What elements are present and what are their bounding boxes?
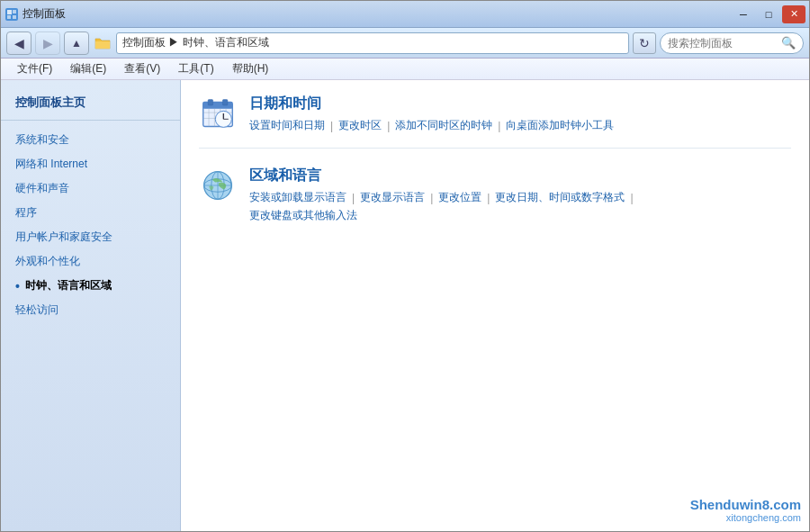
link-change-keyboard[interactable]: 更改键盘或其他输入法: [249, 208, 357, 223]
svg-rect-7: [203, 105, 233, 109]
link-install-lang[interactable]: 安装或卸载显示语言: [249, 190, 346, 205]
menu-help[interactable]: 帮助(H): [223, 59, 278, 78]
minimize-button[interactable]: ─: [732, 5, 755, 23]
sidebar-item-user[interactable]: 用户帐户和家庭安全: [1, 225, 180, 249]
link-change-display-lang[interactable]: 更改显示语言: [360, 190, 425, 205]
window-icon: [4, 7, 19, 22]
region-links-row2: 更改键盘或其他输入法: [249, 208, 791, 223]
close-button[interactable]: ✕: [782, 5, 806, 23]
main-content: 控制面板主页 系统和安全 网络和 Internet 硬件和声音 程序 用户帐户和…: [1, 80, 809, 531]
link-desktop-clock[interactable]: 向桌面添加时钟小工具: [506, 118, 614, 133]
menu-view[interactable]: 查看(V): [115, 59, 169, 78]
sidebar-item-programs[interactable]: 程序: [1, 201, 180, 225]
region-title[interactable]: 区域和语言: [249, 167, 791, 185]
sidebar-item-network[interactable]: 网络和 Internet: [1, 152, 180, 176]
svg-rect-14: [208, 100, 212, 105]
sidebar-item-appearance[interactable]: 外观和个性化: [1, 249, 180, 274]
address-text: 控制面板 ▶ 时钟、语言和区域: [122, 35, 269, 50]
up-button[interactable]: ▲: [64, 32, 89, 55]
menu-bar: 文件(F) 编辑(E) 查看(V) 工具(T) 帮助(H): [1, 59, 809, 80]
sidebar-item-label: 外观和个性化: [15, 254, 80, 269]
folder-icon: [93, 33, 112, 53]
sidebar-title[interactable]: 控制面板主页: [1, 89, 180, 121]
datetime-body: 日期和时间 设置时间和日期 | 更改时区 | 添加不同时区的时钟 | 向桌面添加…: [249, 95, 791, 133]
region-body: 区域和语言 安装或卸载显示语言 | 更改显示语言 | 更改位置 | 更改日期、时…: [249, 167, 791, 223]
sidebar-item-label: 轻松访问: [15, 302, 58, 318]
menu-file[interactable]: 文件(F): [8, 59, 61, 78]
svg-rect-15: [222, 100, 227, 105]
title-bar: 控制面板 ─ □ ✕: [1, 1, 809, 28]
main-window: 控制面板 ─ □ ✕ ◀ ▶ ▲ 控制面板 ▶ 时钟、语言和区域 ↻ 🔍 文件(…: [0, 0, 810, 532]
search-input[interactable]: [668, 37, 778, 50]
search-box: 🔍: [660, 32, 804, 54]
sidebar-item-hardware[interactable]: 硬件和声音: [1, 176, 180, 201]
refresh-button[interactable]: ↻: [633, 32, 656, 54]
sidebar-item-system[interactable]: 系统和安全: [1, 128, 180, 152]
link-change-format[interactable]: 更改日期、时间或数字格式: [495, 190, 625, 205]
content-area: 日期和时间 设置时间和日期 | 更改时区 | 添加不同时区的时钟 | 向桌面添加…: [181, 80, 809, 531]
region-icon: [199, 167, 237, 204]
svg-rect-2: [13, 10, 16, 14]
datetime-links: 设置时间和日期 | 更改时区 | 添加不同时区的时钟 | 向桌面添加时钟小工具: [249, 118, 791, 133]
link-set-datetime[interactable]: 设置时间和日期: [249, 118, 325, 133]
sidebar-item-label: 网络和 Internet: [15, 157, 87, 172]
datetime-title[interactable]: 日期和时间: [249, 95, 791, 113]
address-bar: ◀ ▶ ▲ 控制面板 ▶ 时钟、语言和区域 ↻ 🔍: [1, 28, 809, 59]
menu-tools[interactable]: 工具(T): [169, 59, 222, 78]
menu-edit[interactable]: 编辑(E): [61, 59, 115, 78]
datetime-icon: [199, 95, 237, 132]
sidebar: 控制面板主页 系统和安全 网络和 Internet 硬件和声音 程序 用户帐户和…: [1, 80, 181, 531]
sidebar-item-clock[interactable]: 时钟、语言和区域: [1, 274, 180, 298]
address-path[interactable]: 控制面板 ▶ 时钟、语言和区域: [116, 32, 629, 54]
sidebar-item-label: 程序: [15, 205, 37, 221]
region-section: 区域和语言 安装或卸载显示语言 | 更改显示语言 | 更改位置 | 更改日期、时…: [199, 167, 791, 238]
svg-rect-3: [7, 15, 11, 19]
region-links-row1: 安装或卸载显示语言 | 更改显示语言 | 更改位置 | 更改日期、时间或数字格式…: [249, 190, 791, 205]
svg-rect-4: [13, 15, 16, 19]
sidebar-item-label: 硬件和声音: [15, 181, 69, 196]
sidebar-item-label: 系统和安全: [15, 132, 69, 148]
sidebar-item-label: 用户帐户和家庭安全: [15, 230, 112, 245]
window-title: 控制面板: [22, 6, 66, 22]
svg-rect-1: [7, 10, 12, 14]
title-bar-left: 控制面板: [4, 6, 66, 22]
title-controls: ─ □ ✕: [732, 5, 806, 23]
back-button[interactable]: ◀: [6, 32, 32, 55]
maximize-button[interactable]: □: [757, 5, 780, 23]
forward-button[interactable]: ▶: [35, 32, 60, 55]
link-add-clocks[interactable]: 添加不同时区的时钟: [395, 118, 492, 133]
sidebar-item-label: 时钟、语言和区域: [25, 278, 112, 293]
sidebar-item-accessibility[interactable]: 轻松访问: [1, 298, 180, 322]
datetime-section: 日期和时间 设置时间和日期 | 更改时区 | 添加不同时区的时钟 | 向桌面添加…: [199, 95, 791, 149]
search-icon: 🔍: [781, 36, 796, 50]
link-change-location[interactable]: 更改位置: [438, 190, 482, 205]
link-change-timezone[interactable]: 更改时区: [338, 118, 382, 133]
